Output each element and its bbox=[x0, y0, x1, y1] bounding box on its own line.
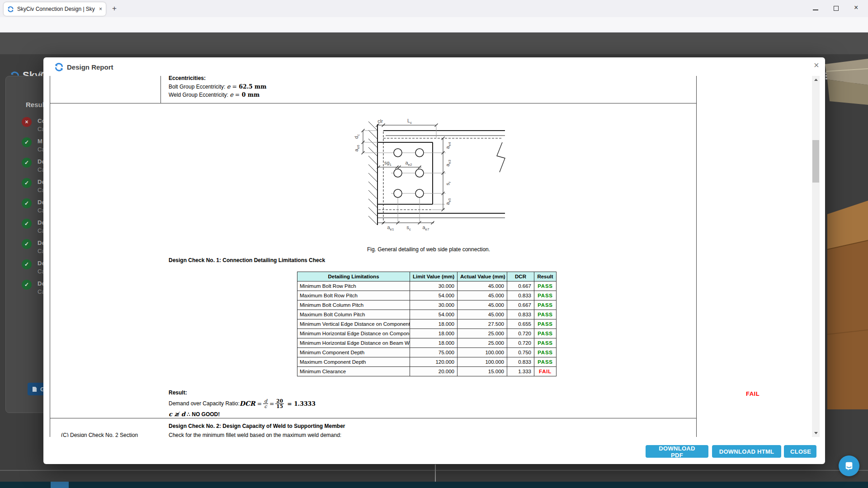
browser-nav-bar: ← → ⟳ ⌂ https://platform.skyciv.com/desi… bbox=[0, 17, 868, 33]
table-row: Minimum Component Depth75.000100.0000.75… bbox=[297, 348, 557, 357]
app-header: SkyCiv File ▾ ? bbox=[0, 33, 868, 54]
chat-widget-button[interactable] bbox=[839, 455, 859, 476]
table-row: Maximum Bolt Row Pitch54.00045.0000.833P… bbox=[297, 291, 557, 300]
new-tab-button[interactable]: + bbox=[112, 4, 117, 13]
screen: SkyCiv Connection Design | Sky × + × ← →… bbox=[0, 0, 868, 488]
dim-label-ae5: ae5 bbox=[445, 198, 452, 205]
window-close-button[interactable]: × bbox=[854, 4, 858, 12]
table-row: Maximum Bolt Column Pitch54.00045.0000.8… bbox=[297, 310, 557, 319]
scene-bottom-accent bbox=[51, 482, 69, 488]
skyciv-modal-logo-icon bbox=[54, 62, 64, 72]
dim-label-clr: clr bbox=[377, 118, 383, 124]
dcr-formula: Demand over Capacity Ratio: DCR = dc = 2… bbox=[169, 397, 316, 410]
pass-icon: ✓ bbox=[22, 219, 32, 229]
report-border-left bbox=[50, 76, 50, 437]
table-row: Minimum Horizontal Edge Distance on Comp… bbox=[297, 329, 557, 338]
dim-label-Lc: Lc bbox=[407, 118, 412, 125]
dim-label-ae6: ae6 bbox=[354, 145, 360, 152]
report-viewport[interactable]: Eccentricities: Bolt Group Eccentricity:… bbox=[43, 76, 825, 437]
result-label: Result: bbox=[169, 389, 187, 396]
figure-caption: Fig. General detailing of web side plate… bbox=[160, 246, 697, 253]
dim-label-dc: dc bbox=[354, 134, 360, 139]
status-badge: PASS bbox=[534, 282, 557, 291]
status-badge: PASS bbox=[534, 338, 557, 348]
report-file-icon bbox=[32, 386, 37, 392]
check2-clipped-left: (C) Design Check No. 2 Section bbox=[61, 432, 138, 437]
browser-tab[interactable]: SkyCiv Connection Design | Sky × bbox=[4, 2, 106, 16]
pass-icon: ✓ bbox=[22, 198, 32, 208]
dim-label-sr: sr bbox=[445, 182, 452, 186]
pass-icon: ✓ bbox=[22, 137, 32, 147]
pass-icon: ✓ bbox=[22, 239, 32, 249]
scrollbar-thumb[interactable] bbox=[812, 140, 819, 183]
dim-label-ae3: ae3 bbox=[445, 160, 452, 167]
connection-detailing-diagram: clr Lc dc ae6 sg1 ae2 ae4 ae3 sr ae5 ae1… bbox=[348, 115, 506, 233]
dim-label-sc: sc bbox=[406, 225, 411, 231]
status-badge: PASS bbox=[534, 319, 557, 329]
close-button[interactable]: CLOSE bbox=[784, 445, 816, 458]
download-html-button[interactable]: DOWNLOAD HTML bbox=[712, 445, 781, 458]
status-badge: PASS bbox=[534, 357, 557, 367]
window-restore-button[interactable] bbox=[834, 6, 839, 11]
dim-label-sg1: sg1 bbox=[384, 160, 392, 167]
table-row: Minimum Bolt Column Pitch30.00045.0000.6… bbox=[297, 300, 557, 310]
status-badge: PASS bbox=[534, 300, 557, 310]
weld-eccentricity-line: Weld Group Eccentricity: e = 0 mm bbox=[169, 91, 259, 98]
browser-tab-bar: SkyCiv Connection Design | Sky × + × bbox=[0, 0, 868, 17]
table-row: Minimum Bolt Row Pitch30.00045.0000.667P… bbox=[297, 282, 557, 291]
report-divider-bottom bbox=[50, 418, 697, 418]
check2-heading: Design Check No. 2: Design Capacity of W… bbox=[169, 423, 345, 429]
table-header-row: Detailing LimitationsLimit Value (mm)Act… bbox=[297, 272, 557, 282]
dim-label-ae1: ae1 bbox=[387, 225, 394, 231]
scrollbar-up-icon[interactable] bbox=[814, 79, 818, 81]
table-row: Maximum Component Depth120.000100.0000.8… bbox=[297, 357, 557, 367]
status-badge: FAIL bbox=[534, 367, 557, 376]
status-badge: PASS bbox=[534, 291, 557, 300]
window-minimize-button[interactable] bbox=[813, 9, 818, 10]
conclusion-line: c ≱ d ∴ NO GOOD! bbox=[169, 411, 220, 418]
table-row: Minimum Clearance20.00015.0001.333FAIL bbox=[297, 367, 557, 376]
chat-icon bbox=[844, 461, 854, 471]
scene-ground-line bbox=[0, 470, 868, 471]
report-border-mid bbox=[160, 76, 161, 103]
detailing-limitations-table: Detailing LimitationsLimit Value (mm)Act… bbox=[297, 272, 557, 376]
pass-icon: ✓ bbox=[22, 259, 32, 269]
table-row: Minimum Horizontal Edge Distance on Beam… bbox=[297, 338, 557, 348]
skyciv-favicon-icon bbox=[7, 6, 14, 13]
status-badge: PASS bbox=[534, 329, 557, 338]
status-badge: PASS bbox=[534, 310, 557, 319]
pass-icon: ✓ bbox=[22, 158, 32, 168]
bolt-eccentricity-line: Bolt Group Eccentricity: e = 62.5 mm bbox=[169, 83, 267, 90]
tab-title: SkyCiv Connection Design | Sky bbox=[17, 6, 96, 12]
check1-side-status: FAIL bbox=[746, 390, 760, 397]
table-row: Minimum Vertical Edge Distance on Compon… bbox=[297, 319, 557, 329]
report-divider-top bbox=[50, 103, 697, 103]
pass-icon: ✓ bbox=[22, 178, 32, 188]
download-pdf-button[interactable]: DOWNLOAD PDF bbox=[646, 445, 708, 458]
check2-clipped-line: Check for the minimum fillet weld based … bbox=[169, 432, 341, 437]
status-badge: PASS bbox=[534, 348, 557, 357]
dim-label-ae7: ae7 bbox=[422, 225, 429, 231]
dim-label-ae4: ae4 bbox=[445, 142, 452, 149]
report-border-right bbox=[696, 76, 697, 437]
eccentricities-heading: Eccentricities: bbox=[169, 76, 206, 81]
modal-close-icon[interactable]: × bbox=[814, 60, 819, 70]
check1-heading: Design Check No. 1: Connection Detailing… bbox=[169, 257, 325, 263]
modal-title: Design Report bbox=[67, 63, 113, 71]
tab-close-icon[interactable]: × bbox=[99, 6, 102, 12]
fail-icon: × bbox=[22, 117, 32, 127]
scrollbar-down-icon[interactable] bbox=[814, 432, 818, 434]
design-report-modal: Design Report × Eccentricities: Bolt Gro… bbox=[43, 57, 825, 464]
dim-label-ae2: ae2 bbox=[405, 160, 412, 167]
scene-bottom-bar bbox=[0, 482, 868, 488]
pass-icon: ✓ bbox=[22, 280, 32, 290]
report-scrollbar[interactable] bbox=[812, 76, 820, 437]
